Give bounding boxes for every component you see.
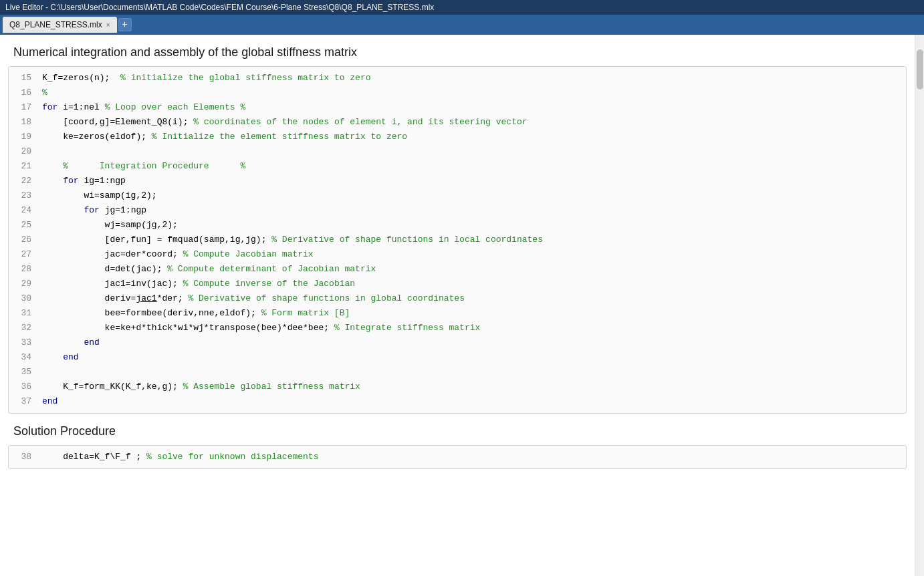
code-line-36: 36 K_f=form_KK(K_f,ke,g); % Assemble glo… [9, 380, 906, 394]
line-content-22: for ig=1:ngp [42, 174, 906, 188]
line-content-24: for jg=1:ngp [42, 203, 906, 218]
line-content-37: end [42, 394, 906, 409]
line-num-15: 15 [9, 71, 42, 86]
code-line-20: 20 [9, 144, 906, 159]
code-line-35: 35 [9, 365, 906, 380]
line-num-24: 24 [9, 203, 42, 218]
line-num-29: 29 [9, 277, 42, 291]
line-content-21: % Integration Procedure % [42, 159, 906, 174]
code-line-33: 33 end [9, 335, 906, 350]
tab-bar: Q8_PLANE_STRESS.mlx × + [0, 15, 924, 35]
line-num-31: 31 [9, 306, 42, 321]
line-content-31: bee=formbee(deriv,nne,eldof); % Form mat… [42, 306, 906, 321]
code-line-34: 34 end [9, 350, 906, 365]
line-content-19: ke=zeros(eldof); % Initialize the elemen… [42, 130, 906, 144]
scroll-thumb[interactable] [917, 49, 923, 90]
tab-label: Q8_PLANE_STRESS.mlx [9, 20, 102, 29]
code-line-15: 15 K_f=zeros(n); % initialize the global… [9, 71, 906, 86]
code-line-27: 27 jac=der*coord; % Compute Jacobian mat… [9, 247, 906, 262]
code-block-2: 38 delta=K_f\F_f ; % solve for unknown d… [8, 445, 907, 469]
line-num-28: 28 [9, 262, 42, 277]
line-num-20: 20 [9, 144, 42, 159]
title-text: Live Editor - C:\Users\User\Documents\MA… [5, 3, 434, 12]
line-num-35: 35 [9, 365, 42, 380]
line-content-20 [42, 144, 906, 159]
line-num-32: 32 [9, 321, 42, 335]
line-content-30: deriv=jac1*der; % Derivative of shape fu… [42, 291, 906, 306]
vertical-scrollbar[interactable] [915, 35, 924, 576]
tab-close-icon[interactable]: × [106, 21, 110, 29]
title-bar: Live Editor - C:\Users\User\Documents\MA… [0, 0, 924, 15]
code-line-32: 32 ke=ke+d*thick*wi*wj*transpose(bee)*de… [9, 321, 906, 335]
line-content-27: jac=der*coord; % Compute Jacobian matrix [42, 247, 906, 262]
code-line-24: 24 for jg=1:ngp [9, 203, 906, 218]
line-content-23: wi=samp(ig,2); [42, 188, 906, 203]
code-line-23: 23 wi=samp(ig,2); [9, 188, 906, 203]
line-num-36: 36 [9, 380, 42, 394]
editor-area[interactable]: Numerical integration and assembly of th… [0, 35, 915, 576]
code-line-38: 38 delta=K_f\F_f ; % solve for unknown d… [9, 450, 906, 464]
code-line-31: 31 bee=formbee(deriv,nne,eldof); % Form … [9, 306, 906, 321]
line-content-17: for i=1:nel % Loop over each Elements % [42, 100, 906, 115]
line-num-21: 21 [9, 159, 42, 174]
line-num-27: 27 [9, 247, 42, 262]
line-content-18: [coord,g]=Element_Q8(i); % coordinates o… [42, 115, 906, 130]
code-line-19: 19 ke=zeros(eldof); % Initialize the ele… [9, 130, 906, 144]
line-content-34: end [42, 350, 906, 365]
line-num-23: 23 [9, 188, 42, 203]
code-line-28: 28 d=det(jac); % Compute determinant of … [9, 262, 906, 277]
line-num-37: 37 [9, 394, 42, 409]
line-content-32: ke=ke+d*thick*wi*wj*transpose(bee)*dee*b… [42, 321, 906, 335]
line-num-18: 18 [9, 115, 42, 130]
code-line-22: 22 for ig=1:ngp [9, 174, 906, 188]
line-content-33: end [42, 335, 906, 350]
code-line-18: 18 [coord,g]=Element_Q8(i); % coordinate… [9, 115, 906, 130]
line-num-30: 30 [9, 291, 42, 306]
code-line-25: 25 wj=samp(jg,2); [9, 218, 906, 233]
line-content-26: [der,fun] = fmquad(samp,ig,jg); % Deriva… [42, 233, 906, 247]
line-content-38: delta=K_f\F_f ; % solve for unknown disp… [42, 450, 906, 464]
line-num-22: 22 [9, 174, 42, 188]
code-line-30: 30 deriv=jac1*der; % Derivative of shape… [9, 291, 906, 306]
line-content-35 [42, 365, 906, 380]
code-line-16: 16 % [9, 86, 906, 100]
new-tab-button[interactable]: + [118, 18, 132, 31]
line-content-29: jac1=inv(jac); % Compute inverse of the … [42, 277, 906, 291]
line-num-19: 19 [9, 130, 42, 144]
line-content-16: % [42, 86, 906, 100]
line-num-25: 25 [9, 218, 42, 233]
code-line-26: 26 [der,fun] = fmquad(samp,ig,jg); % Der… [9, 233, 906, 247]
line-num-38: 38 [9, 450, 42, 464]
line-num-34: 34 [9, 350, 42, 365]
line-content-28: d=det(jac); % Compute determinant of Jac… [42, 262, 906, 277]
code-line-21: 21 % Integration Procedure % [9, 159, 906, 174]
line-content-15: K_f=zeros(n); % initialize the global st… [42, 71, 906, 86]
section-heading-1: Numerical integration and assembly of th… [0, 35, 915, 66]
line-content-36: K_f=form_KK(K_f,ke,g); % Assemble global… [42, 380, 906, 394]
line-num-33: 33 [9, 335, 42, 350]
code-block-1: 15 K_f=zeros(n); % initialize the global… [8, 66, 907, 414]
code-line-37: 37 end [9, 394, 906, 409]
main-content: Numerical integration and assembly of th… [0, 35, 924, 576]
tab-q8-plane-stress[interactable]: Q8_PLANE_STRESS.mlx × [3, 17, 117, 33]
line-num-26: 26 [9, 233, 42, 247]
code-line-29: 29 jac1=inv(jac); % Compute inverse of t… [9, 277, 906, 291]
line-num-16: 16 [9, 86, 42, 100]
code-line-17: 17 for i=1:nel % Loop over each Elements… [9, 100, 906, 115]
section-heading-2: Solution Procedure [0, 414, 915, 445]
line-content-25: wj=samp(jg,2); [42, 218, 906, 233]
line-num-17: 17 [9, 100, 42, 115]
